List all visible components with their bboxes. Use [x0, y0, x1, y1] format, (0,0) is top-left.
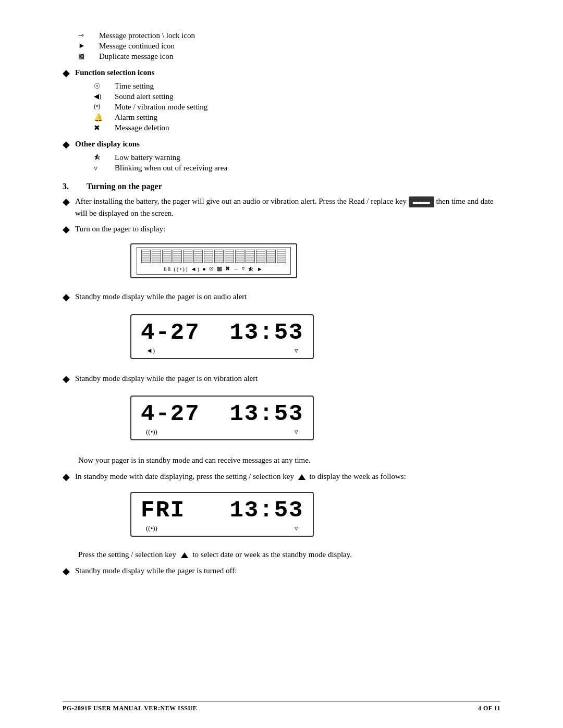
play-icon2: ► — [257, 266, 264, 272]
seg-char — [256, 250, 265, 263]
message-continued-icon: ► — [78, 42, 97, 50]
vibrate-icon: ((•)) — [174, 266, 189, 272]
function-selection-header: Function selection icons — [75, 68, 155, 77]
bullet-item-2: ◆ Turn on the pager to display: — [63, 223, 500, 235]
function-selection-section: ◆ Function selection icons — [63, 68, 500, 79]
pager-display-fri: FRI 13:53 ((•)) ▿ — [104, 487, 500, 542]
diamond-icon2: ◆ — [63, 139, 70, 150]
out-of-area-icon: ▿ — [94, 164, 113, 172]
footer-right: 4 OF 11 — [478, 705, 500, 712]
sound-icon2: ◄) — [146, 347, 155, 355]
list-item: ⯪ Low battery warning — [78, 153, 500, 162]
diamond-icon5: ◆ — [63, 291, 70, 303]
list-item: ▩ Duplicate message icon — [63, 52, 500, 61]
footer-left: PG-2091F USER MANUAL VER:NEW ISSUE — [63, 705, 197, 712]
seg-char — [277, 250, 286, 263]
pager-icons-audio: ◄) ▿ — [141, 347, 303, 355]
time-setting-label: Time setting — [115, 82, 154, 91]
seg-char — [193, 250, 203, 263]
double-eight-icon: 88 — [164, 266, 172, 272]
sound-icon: ◄) — [191, 266, 201, 272]
other-display-header: Other display icons — [75, 140, 140, 149]
press-note-text: Press the setting / selection key — [78, 550, 176, 559]
bullet-standby-vibration: ◆ Standby mode display while the pager i… — [63, 373, 500, 387]
list-item: ◀) Sound alert setting — [78, 92, 500, 101]
diamond-icon8: ◆ — [63, 565, 70, 577]
seg-char — [162, 250, 172, 263]
seg-char — [266, 250, 276, 263]
standby-note: Now your pager is in standby mode and ca… — [63, 454, 500, 466]
bullet-standby-off: ◆ Standby mode display while the pager i… — [63, 565, 500, 577]
out-of-area-label: Blinking when out of receiving area — [115, 164, 227, 172]
pager-time-audio: 4-27 13:53 — [141, 319, 303, 346]
diamond-icon7: ◆ — [63, 471, 70, 483]
arrow-icon: → — [233, 266, 240, 272]
other-display-list: ⯪ Low battery warning ▿ Blinking when ou… — [63, 153, 500, 172]
full-display-inner: 88 ((•)) ◄) ● ⊙ ▩ ✖ → ▿ ⯪ ► — [137, 247, 291, 275]
section-number: 3. — [63, 182, 69, 191]
seg-char — [235, 250, 244, 263]
segment-row-top — [141, 250, 286, 263]
seg-char — [225, 250, 234, 263]
bullet1-text: After installing the battery, the pager … — [75, 197, 407, 205]
standby-vibration-text: Standby mode display while the pager is … — [75, 373, 500, 385]
diamond-icon3: ◆ — [63, 196, 70, 207]
footer: PG-2091F USER MANUAL VER:NEW ISSUE 4 OF … — [63, 701, 500, 712]
full-display-box: 88 ((•)) ◄) ● ⊙ ▩ ✖ → ▿ ⯪ ► — [130, 243, 297, 278]
section3: 3.Turning on the pager — [63, 182, 500, 191]
mute-vibration-label: Mute / vibration mode setting — [115, 103, 207, 112]
page: ⊸ Message protection \ lock icon ► Messa… — [0, 0, 563, 728]
alarm-setting-label: Alarm setting — [115, 113, 157, 122]
triangle-up-icon — [298, 474, 305, 480]
message-protection-label: Message protection \ lock icon — [99, 31, 195, 40]
pager-icons-fri: ((•)) ▿ — [141, 524, 303, 533]
sound-alert-icon: ◀) — [94, 92, 113, 101]
mute-vibration-icon: (•) — [94, 103, 113, 110]
pager-box-fri: FRI 13:53 ((•)) ▿ — [130, 492, 314, 537]
bullet-text-1: After installing the battery, the pager … — [75, 195, 500, 219]
message-deletion-label: Message deletion — [115, 124, 169, 132]
seg-char — [214, 250, 224, 263]
seg-char — [152, 250, 161, 263]
press-note: Press the setting / selection key to sel… — [63, 548, 500, 561]
signal-icon4: ▿ — [295, 524, 298, 533]
list-item: ▿ Blinking when out of receiving area — [78, 164, 500, 172]
section-title: Turning on the pager — [87, 182, 162, 191]
list-item: ☉ Time setting — [78, 82, 500, 91]
signal-icon2: ▿ — [295, 347, 298, 355]
message-deletion-icon: ✖ — [94, 124, 113, 132]
duplicate-message-icon: ▩ — [78, 52, 97, 60]
duplicate-message-label: Duplicate message icon — [99, 52, 173, 61]
vibrate-icon2: ((•)) — [146, 428, 157, 436]
standby-date-text: In standby mode with date displaying, pr… — [75, 471, 500, 483]
low-battery-label: Low battery warning — [115, 153, 180, 162]
bell-icon2: ● — [202, 266, 207, 272]
bullet-item-1: ◆ After installing the battery, the page… — [63, 195, 500, 219]
read-replace-key-button: ▬▬▬ — [409, 196, 434, 207]
diamond-icon4: ◆ — [63, 224, 70, 235]
pager-box-vibration: 4-27 13:53 ((•)) ▿ — [130, 396, 314, 440]
scissors-icon2: ✖ — [225, 265, 231, 272]
battery-icon2: ⯪ — [248, 266, 255, 272]
message-protection-icon: ⊸ — [78, 31, 97, 40]
clock-icon: ⊙ — [209, 265, 215, 272]
list-item: (•) Mute / vibration mode setting — [78, 103, 500, 112]
list-item: ⊸ Message protection \ lock icon — [63, 31, 500, 40]
low-battery-icon: ⯪ — [94, 153, 113, 162]
signal-icon3: ▿ — [295, 428, 298, 436]
seg-char — [246, 250, 255, 263]
seg-char — [204, 250, 213, 263]
list-item: 🔔 Alarm setting — [78, 113, 500, 122]
alarm-setting-icon: 🔔 — [94, 113, 113, 122]
bullet-text-2: Turn on the pager to display: — [75, 223, 500, 235]
standby-setting-cont: to display the week as follows: — [309, 472, 406, 480]
time-setting-icon: ☉ — [94, 82, 113, 91]
pager-status-icons: 88 ((•)) ◄) ● ⊙ ▩ ✖ → ▿ ⯪ ► — [164, 265, 264, 272]
msg-icon: ▩ — [217, 265, 223, 272]
press-note-cont: to select date or week as the standby mo… — [192, 550, 352, 559]
message-icons-list: ⊸ Message protection \ lock icon ► Messa… — [63, 31, 500, 61]
message-continued-label: Message continued icon — [99, 42, 175, 51]
bullet-standby-date: ◆ In standby mode with date displaying, … — [63, 471, 500, 483]
signal-icon: ▿ — [242, 265, 246, 272]
function-selection-list: ☉ Time setting ◀) Sound alert setting (•… — [63, 82, 500, 132]
